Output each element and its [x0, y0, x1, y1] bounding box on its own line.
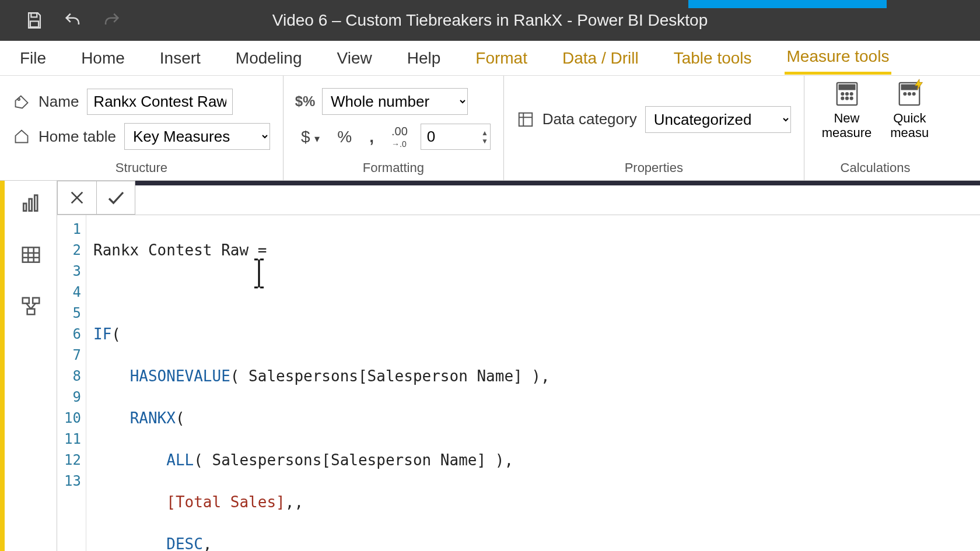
quick-measure-icon — [896, 80, 923, 107]
tab-insert[interactable]: Insert — [158, 43, 203, 73]
svg-point-8 — [841, 93, 844, 95]
code-line-2 — [93, 282, 980, 303]
svg-rect-20 — [29, 199, 32, 211]
formula-bar-buttons — [57, 181, 135, 215]
text-cursor-icon — [251, 257, 267, 292]
thousands-button[interactable]: , — [365, 125, 379, 149]
decimal-shift-button[interactable]: .00→.0 — [387, 123, 412, 151]
cancel-button[interactable] — [58, 181, 96, 214]
tab-view[interactable]: View — [335, 43, 374, 73]
svg-point-16 — [904, 93, 907, 95]
home-table-label: Home table — [38, 128, 116, 146]
data-view-button[interactable] — [19, 243, 43, 267]
quick-measure-label: Quick measu — [890, 111, 929, 141]
ribbon-group-formatting: $% Whole number $ ▾ % , .00→.0 ▲ ▼ — [284, 76, 504, 180]
svg-point-9 — [846, 93, 848, 95]
code-line-1: Rankx Contest Raw = — [93, 240, 980, 261]
code-area[interactable]: 1 2 3 4 5 6 7 8 9 10 11 12 13 Rankx Cont… — [57, 215, 980, 551]
ribbon-group-properties: Data category Uncategorized Properties — [504, 76, 804, 180]
code-lines[interactable]: Rankx Contest Raw = IF( HASONEVALUE( Sal… — [86, 215, 980, 551]
svg-rect-28 — [33, 298, 39, 304]
svg-point-12 — [846, 97, 848, 100]
svg-rect-19 — [23, 203, 26, 211]
svg-point-18 — [913, 93, 915, 95]
code-line-3: IF( — [93, 324, 980, 345]
ribbon-tabs: File Home Insert Modeling View Help Form… — [0, 41, 980, 76]
tab-modeling[interactable]: Modeling — [233, 43, 304, 73]
svg-rect-0 — [31, 13, 37, 17]
svg-rect-1 — [30, 21, 38, 27]
accent-bar — [688, 0, 887, 8]
code-line-5: RANKX( — [93, 408, 980, 429]
svg-rect-7 — [839, 85, 855, 90]
home-table-select[interactable]: Key Measures — [124, 123, 270, 150]
data-category-select[interactable]: Uncategorized — [645, 106, 791, 133]
redo-icon — [100, 9, 123, 31]
svg-point-2 — [18, 98, 20, 100]
tab-home[interactable]: Home — [79, 43, 127, 73]
svg-rect-21 — [34, 195, 37, 211]
model-view-button[interactable] — [19, 294, 43, 318]
tab-table-tools[interactable]: Table tools — [671, 43, 754, 73]
name-label: Name — [38, 93, 79, 111]
title-bar: Video 6 – Custom Tiebreakers in RankX - … — [0, 0, 980, 41]
structure-group-label: Structure — [13, 158, 270, 178]
code-line-7: [Total Sales],, — [93, 492, 980, 513]
svg-line-31 — [31, 303, 36, 309]
editor-top-strip — [135, 181, 980, 185]
svg-point-13 — [850, 97, 852, 100]
tab-measure-tools[interactable]: Measure tools — [785, 41, 892, 75]
undo-icon[interactable] — [62, 9, 84, 31]
quick-measure-button[interactable]: Quick measu — [886, 80, 933, 141]
data-category-icon — [517, 111, 534, 128]
report-view-button[interactable] — [19, 191, 43, 216]
tab-file[interactable]: File — [18, 43, 48, 73]
calculator-icon — [834, 80, 860, 107]
svg-point-17 — [908, 93, 911, 95]
percent-button[interactable]: % — [332, 125, 356, 149]
decimals-up[interactable]: ▲ — [481, 129, 488, 137]
format-select[interactable]: Whole number — [322, 88, 468, 115]
view-switcher — [5, 181, 57, 551]
svg-point-10 — [850, 93, 852, 95]
decimals-down[interactable]: ▼ — [481, 137, 488, 145]
home-table-icon — [13, 128, 30, 145]
app-title: Video 6 – Custom Tiebreakers in RankX - … — [272, 11, 708, 30]
tab-help[interactable]: Help — [405, 43, 443, 73]
save-icon[interactable] — [23, 9, 46, 31]
formatting-group-label: Formatting — [296, 158, 491, 178]
code-line-4: HASONEVALUE( Salespersons[Salesperson Na… — [93, 366, 980, 387]
svg-rect-27 — [22, 298, 29, 304]
line-gutter: 1 2 3 4 5 6 7 8 9 10 11 12 13 — [57, 215, 86, 551]
svg-rect-29 — [27, 309, 34, 315]
formula-editor: 1 2 3 4 5 6 7 8 9 10 11 12 13 Rankx Cont… — [57, 181, 980, 551]
ribbon-group-structure: Name Home table Key Measures Structure — [0, 76, 284, 180]
decimals-input[interactable] — [421, 124, 491, 150]
svg-point-11 — [841, 97, 844, 100]
commit-button[interactable] — [96, 181, 135, 214]
svg-line-30 — [26, 303, 31, 309]
active-rail-indicator — [0, 181, 5, 551]
code-line-8: DESC, — [93, 534, 980, 551]
workarea: 1 2 3 4 5 6 7 8 9 10 11 12 13 Rankx Cont… — [0, 181, 980, 551]
measure-name-input[interactable] — [87, 89, 233, 115]
tab-data-drill[interactable]: Data / Drill — [560, 43, 641, 73]
ribbon-group-calculations: New measure Quick measu Calculations — [804, 76, 947, 180]
name-tag-icon — [13, 93, 30, 111]
code-line-6: ALL( Salespersons[Salesperson Name] ), — [93, 450, 980, 471]
calculations-group-label: Calculations — [817, 158, 934, 178]
svg-rect-22 — [22, 247, 39, 262]
tab-format[interactable]: Format — [473, 43, 530, 73]
format-icon: $% — [296, 93, 314, 110]
currency-button[interactable]: $ ▾ — [296, 125, 324, 149]
new-measure-label: New measure — [822, 111, 872, 141]
new-measure-button[interactable]: New measure — [817, 80, 877, 141]
data-category-label: Data category — [542, 110, 637, 128]
ribbon-content: Name Home table Key Measures Structure $… — [0, 76, 980, 181]
svg-rect-3 — [519, 113, 533, 126]
properties-group-label: Properties — [517, 158, 791, 178]
